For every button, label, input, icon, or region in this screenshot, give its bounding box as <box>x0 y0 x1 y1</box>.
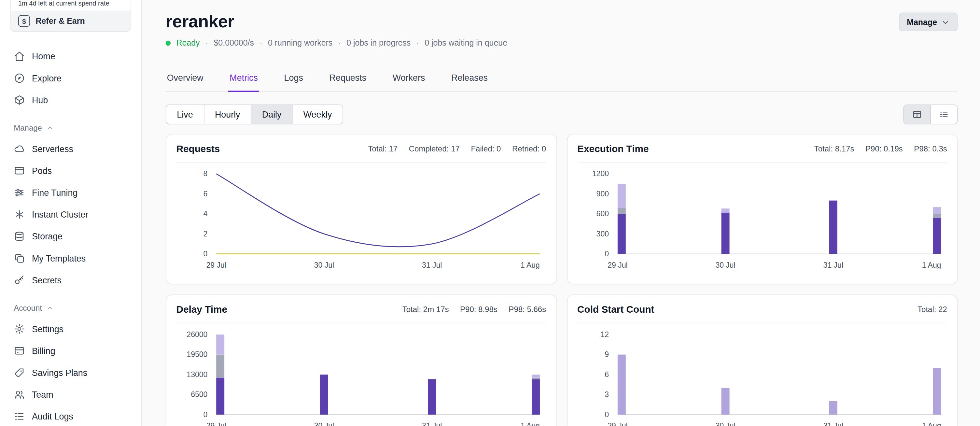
tab-releases[interactable]: Releases <box>450 66 489 91</box>
manage-button-label: Manage <box>907 17 937 27</box>
range-live-button[interactable]: Live <box>166 105 204 124</box>
tab-metrics[interactable]: Metrics <box>228 66 259 92</box>
cold-start-count-card: Cold Start Count Total: 22 03691229 Jul3… <box>566 294 958 426</box>
sidebar-item-label: Billing <box>32 346 55 356</box>
stat: P90: 8.98s <box>460 305 498 314</box>
sidebar-item-serverless[interactable]: Serverless <box>8 137 134 159</box>
svg-text:29 Jul: 29 Jul <box>207 261 226 270</box>
sidebar-item-settings[interactable]: Settings <box>8 318 134 339</box>
sidebar-item-label: My Templates <box>32 253 86 263</box>
svg-text:9: 9 <box>604 350 609 359</box>
sidebar-item-label: Savings Plans <box>32 367 87 378</box>
tab-logs[interactable]: Logs <box>283 66 304 91</box>
svg-text:30 Jul: 30 Jul <box>314 261 334 270</box>
card-title: Cold Start Count <box>577 304 654 315</box>
sidebar-item-hub[interactable]: Hub <box>8 89 134 111</box>
sidebar-item-explore[interactable]: Explore <box>8 67 134 89</box>
charts-grid: Requests Total: 17 Completed: 17 Failed:… <box>166 134 958 426</box>
status-row: Ready · $0.00000/s · 0 running workers ·… <box>166 38 958 48</box>
svg-text:6500: 6500 <box>191 390 207 399</box>
sidebar-item-savings-plans[interactable]: Savings Plans <box>8 362 134 383</box>
svg-text:31 Jul: 31 Jul <box>422 421 442 426</box>
svg-text:600: 600 <box>596 209 609 218</box>
chart-toolbar: Live Hourly Daily Weekly <box>166 105 958 124</box>
svg-text:4: 4 <box>204 209 208 218</box>
separator: · <box>417 38 419 48</box>
manage-button[interactable]: Manage <box>899 13 958 31</box>
spend-rate-note: 1m 4d left at current spend rate <box>11 0 131 11</box>
card-header: Requests Total: 17 Completed: 17 Failed:… <box>176 143 546 163</box>
grid-view-button[interactable] <box>904 105 930 124</box>
stat: Total: 2m 17s <box>402 305 449 314</box>
svg-text:1200: 1200 <box>592 169 609 178</box>
svg-text:0: 0 <box>604 249 609 258</box>
separator: · <box>259 38 262 48</box>
card-stats: Total: 22 <box>918 305 947 314</box>
tab-overview[interactable]: Overview <box>166 66 205 91</box>
chevron-up-icon <box>46 305 54 312</box>
svg-text:19500: 19500 <box>186 350 207 359</box>
key-icon <box>14 274 25 286</box>
card-header: Cold Start Count Total: 22 <box>577 304 947 324</box>
page-header: reranker Manage <box>166 13 958 31</box>
svg-text:6: 6 <box>604 370 609 379</box>
list-icon <box>14 410 25 422</box>
svg-text:0: 0 <box>204 410 208 419</box>
main-content: reranker Manage Ready · $0.00000/s · 0 r… <box>142 0 980 426</box>
delay-time-card: Delay Time Total: 2m 17s P90: 8.98s P98:… <box>166 294 557 426</box>
section-label: Manage <box>14 124 42 132</box>
svg-text:29 Jul: 29 Jul <box>607 261 627 270</box>
sidebar-item-secrets[interactable]: Secrets <box>8 269 134 291</box>
refer-earn-button[interactable]: $ Refer & Earn <box>11 11 131 31</box>
delay-time-bar-chart: 0650013000195002600029 Jul30 Jul31 Jul1 … <box>176 327 546 426</box>
sidebar-item-label: Home <box>32 51 55 61</box>
stat: Failed: 0 <box>471 145 501 153</box>
range-weekly-button[interactable]: Weekly <box>292 105 342 124</box>
dollar-icon: $ <box>18 15 30 27</box>
sidebar-item-instant-cluster[interactable]: Instant Cluster <box>8 203 134 225</box>
card-title: Requests <box>176 143 220 155</box>
sidebar-section-account[interactable]: Account <box>8 299 134 318</box>
list-view-button[interactable] <box>930 105 957 124</box>
svg-text:8: 8 <box>204 169 208 178</box>
sidebar-item-label: Serverless <box>32 144 73 154</box>
card-stats: Total: 2m 17s P90: 8.98s P98: 5.66s <box>402 305 546 314</box>
svg-text:30 Jul: 30 Jul <box>314 421 334 426</box>
stat: P98: 0.3s <box>914 145 947 153</box>
sidebar-item-billing[interactable]: Billing <box>8 340 134 362</box>
sidebar-item-my-templates[interactable]: My Templates <box>8 247 134 269</box>
tab-requests[interactable]: Requests <box>328 66 368 91</box>
sidebar-item-audit-logs[interactable]: Audit Logs <box>8 405 134 426</box>
sidebar-item-label: Team <box>32 389 53 399</box>
range-daily-button[interactable]: Daily <box>251 105 292 124</box>
card-title: Delay Time <box>176 304 227 315</box>
sidebar-nav: Home Explore Hub Manage <box>0 32 141 426</box>
chevron-down-icon <box>942 18 950 26</box>
card-title: Execution Time <box>577 143 649 155</box>
tag-icon <box>14 367 25 378</box>
section-label: Account <box>14 304 42 313</box>
cold-start-bar-chart: 03691229 Jul30 Jul31 Jul1 Aug <box>577 327 947 426</box>
svg-text:1 Aug: 1 Aug <box>520 261 540 270</box>
range-hourly-button[interactable]: Hourly <box>204 105 251 124</box>
gear-icon <box>14 323 25 335</box>
sidebar-section-manage[interactable]: Manage <box>8 119 134 138</box>
status-dot <box>166 40 170 45</box>
svg-text:30 Jul: 30 Jul <box>715 261 735 270</box>
svg-text:1 Aug: 1 Aug <box>520 421 540 426</box>
hub-icon <box>14 94 25 105</box>
svg-text:31 Jul: 31 Jul <box>823 261 843 270</box>
svg-text:2: 2 <box>204 230 208 238</box>
sidebar-item-pods[interactable]: Pods <box>8 160 134 182</box>
sidebar-item-home[interactable]: Home <box>8 45 134 67</box>
sidebar-item-team[interactable]: Team <box>8 383 134 405</box>
svg-text:29 Jul: 29 Jul <box>607 421 627 426</box>
sidebar: 1m 4d left at current spend rate $ Refer… <box>0 0 142 426</box>
sidebar-item-fine-tuning[interactable]: Fine Tuning <box>8 182 134 203</box>
sidebar-item-storage[interactable]: Storage <box>8 225 134 247</box>
tab-workers[interactable]: Workers <box>391 66 426 91</box>
status-running-workers: 0 running workers <box>268 38 332 48</box>
svg-text:300: 300 <box>596 230 609 238</box>
stat: P90: 0.19s <box>865 145 903 153</box>
view-toggle <box>903 105 958 124</box>
